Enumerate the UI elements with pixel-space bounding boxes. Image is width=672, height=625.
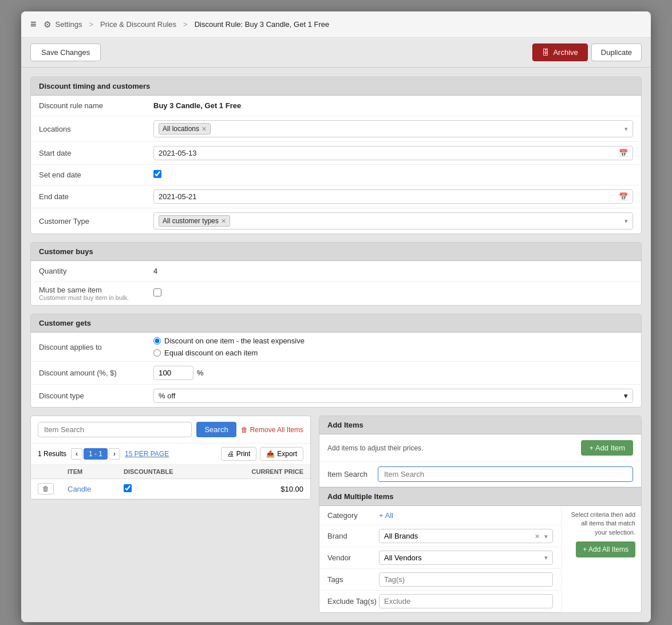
tags-input[interactable] xyxy=(379,572,553,587)
same-item-checkbox[interactable] xyxy=(153,288,161,296)
table-cell-discountable xyxy=(117,479,212,499)
locations-value[interactable]: All locations ✕ ▾ xyxy=(153,120,633,137)
page-prev-button[interactable]: ‹ xyxy=(71,448,82,460)
pagination-right: 🖨 Print 📤 Export xyxy=(221,447,303,461)
radio-equal-discount[interactable] xyxy=(153,349,161,357)
item-search-input[interactable] xyxy=(38,422,192,437)
page-next-button[interactable]: › xyxy=(109,448,120,460)
add-items-top: Add items to adjust their prices. + Add … xyxy=(319,434,641,462)
vendor-label: Vendor xyxy=(327,553,379,562)
customer-type-tag-remove[interactable]: ✕ xyxy=(221,217,226,225)
add-multiple-header: Add Multiple Items xyxy=(319,487,641,506)
calendar-icon: 📅 xyxy=(619,149,628,157)
start-date-value[interactable]: 2021-05-13 📅 xyxy=(153,146,633,160)
am-row-brand: Brand All Brands ✕ ▾ xyxy=(319,525,561,547)
row-start-date: Start date 2021-05-13 📅 xyxy=(31,142,641,165)
section-buys-header: Customer buys xyxy=(31,243,641,261)
customer-type-tag-input[interactable]: All customer types ✕ ▾ xyxy=(153,212,633,230)
discount-type-arrow: ▾ xyxy=(624,391,628,400)
add-item-button[interactable]: + Add Item xyxy=(581,440,633,456)
locations-tag-input[interactable]: All locations ✕ ▾ xyxy=(153,120,633,137)
archive-button[interactable]: 🗄 Archive xyxy=(532,43,587,61)
main-window: ≡ ⚙ Settings > Price & Discount Rules > … xyxy=(21,11,651,622)
set-end-date-checkbox[interactable] xyxy=(153,170,161,178)
section-timing-header: Discount timing and customers xyxy=(31,77,641,96)
discount-amount-value: % xyxy=(153,366,633,380)
discount-type-select[interactable]: % off ▾ xyxy=(153,389,633,403)
breadcrumb-sep2: > xyxy=(183,20,188,29)
add-all-items-button[interactable]: + Add All Items xyxy=(576,541,635,557)
discount-amount-input[interactable] xyxy=(153,366,193,380)
same-item-value[interactable] xyxy=(153,288,633,298)
left-panel: Search 🗑 Remove All Items 1 Results ‹ 1 … xyxy=(30,416,311,500)
start-date-input[interactable]: 2021-05-13 📅 xyxy=(153,146,633,160)
discount-applies-radio-group: Discount on one item - the least expensi… xyxy=(153,337,633,357)
category-label: Category xyxy=(327,511,379,520)
section-gets-header: Customer gets xyxy=(31,314,641,333)
search-button[interactable]: Search xyxy=(196,422,236,437)
vendor-select[interactable]: All Vendors ▾ xyxy=(379,551,553,565)
same-item-sublabel: Customer must buy item in bulk. xyxy=(39,294,153,301)
breadcrumb-settings[interactable]: Settings xyxy=(56,20,82,29)
locations-dropdown-arrow[interactable]: ▾ xyxy=(624,125,628,133)
breadcrumb-rules[interactable]: Price & Discount Rules xyxy=(100,20,176,29)
discountable-checkbox[interactable] xyxy=(124,484,132,492)
quantity-label: Quantity xyxy=(39,267,153,275)
brand-clear-icon[interactable]: ✕ xyxy=(535,533,540,540)
locations-tag-remove[interactable]: ✕ xyxy=(201,125,207,133)
row-end-date: End date 2021-05-21 📅 xyxy=(31,185,641,208)
add-multiple-body: Category + All Brand All Brands ✕ ▾ xyxy=(319,506,641,612)
col-item-header xyxy=(31,465,61,479)
end-date-input[interactable]: 2021-05-21 📅 xyxy=(153,189,633,204)
applies-value: Discount on one item - the least expensi… xyxy=(153,337,633,357)
end-date-value[interactable]: 2021-05-21 📅 xyxy=(153,189,633,204)
row-discount-amount: Discount amount (%, $) % xyxy=(31,362,641,385)
discount-type-value[interactable]: % off ▾ xyxy=(153,389,633,403)
item-link[interactable]: Candle xyxy=(68,485,91,493)
radio-label-2: Equal discount on each item xyxy=(164,349,258,357)
per-page-selector[interactable]: 15 PER PAGE xyxy=(125,450,169,458)
duplicate-button[interactable]: Duplicate xyxy=(591,43,642,61)
col-price-header: CURRENT PRICE xyxy=(212,465,310,479)
same-item-label: Must be same item Customer must buy item… xyxy=(39,286,153,301)
archive-icon: 🗄 xyxy=(542,48,550,57)
add-multiple-form: Category + All Brand All Brands ✕ ▾ xyxy=(319,506,561,612)
customer-type-dropdown-arrow[interactable]: ▾ xyxy=(624,217,628,225)
toolbar: Save Changes 🗄 Archive Duplicate xyxy=(21,38,651,68)
brand-select[interactable]: All Brands ✕ ▾ xyxy=(379,529,553,543)
radio-row-1[interactable]: Discount on one item - the least expensi… xyxy=(153,337,633,345)
print-icon: 🖨 xyxy=(227,450,234,458)
print-button[interactable]: 🖨 Print xyxy=(221,447,257,461)
radio-row-2[interactable]: Equal discount on each item xyxy=(153,349,633,357)
remove-all-button[interactable]: 🗑 Remove All Items xyxy=(241,426,303,434)
set-end-date-value[interactable] xyxy=(153,170,633,180)
delete-row-button[interactable]: 🗑 xyxy=(38,483,54,495)
export-icon: 📤 xyxy=(266,450,275,458)
category-value[interactable]: + All xyxy=(379,511,553,520)
locations-tag: All locations ✕ xyxy=(159,123,211,135)
archive-label: Archive xyxy=(553,48,578,57)
menu-icon[interactable]: ≡ xyxy=(30,18,37,30)
brand-dropdown-icon[interactable]: ▾ xyxy=(544,533,548,540)
col-item-name-header: ITEM xyxy=(61,465,117,479)
am-row-category: Category + All xyxy=(319,506,561,525)
radio-least-expensive[interactable] xyxy=(153,337,161,345)
vendor-dropdown-icon[interactable]: ▾ xyxy=(544,554,548,561)
end-date-label: End date xyxy=(39,192,153,201)
amount-row: % xyxy=(153,366,633,380)
item-search-row: Item Search xyxy=(319,462,641,487)
item-search-field[interactable] xyxy=(378,466,633,482)
trash-icon: 🗑 xyxy=(241,426,248,434)
customer-type-value[interactable]: All customer types ✕ ▾ xyxy=(153,212,633,230)
export-button[interactable]: 📤 Export xyxy=(260,447,303,461)
rule-name-value: Buy 3 Candle, Get 1 Free xyxy=(153,101,633,110)
save-button[interactable]: Save Changes xyxy=(30,43,101,61)
set-end-date-label: Set end date xyxy=(39,171,153,179)
row-same-item: Must be same item Customer must buy item… xyxy=(31,282,641,305)
exclude-tags-input[interactable] xyxy=(379,594,553,608)
row-discount-applies: Discount applies to Discount on one item… xyxy=(31,333,641,362)
section-customer-gets: Customer gets Discount applies to Discou… xyxy=(30,314,642,408)
row-discount-type: Discount type % off ▾ xyxy=(31,385,641,407)
toolbar-right: 🗄 Archive Duplicate xyxy=(532,43,642,61)
section-discount-timing: Discount timing and customers Discount r… xyxy=(30,77,642,234)
